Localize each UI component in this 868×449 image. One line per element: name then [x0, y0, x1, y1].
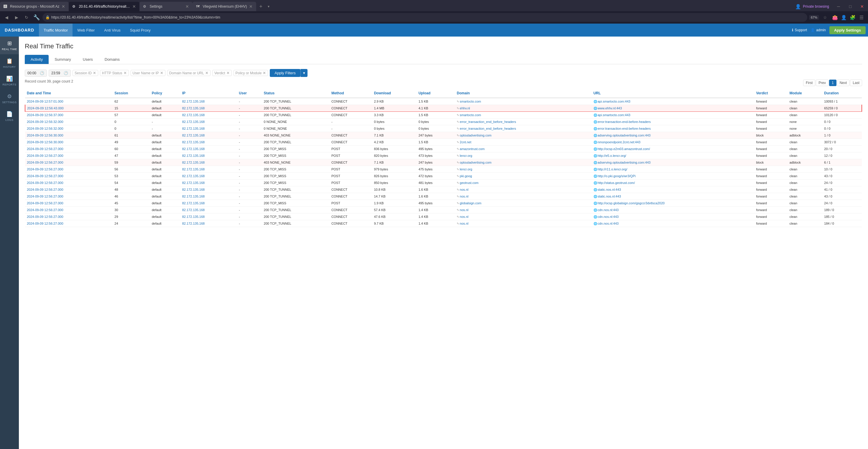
table-row[interactable]: 2024-09-09 12:56:27.000 46 default 82.17… [25, 193, 862, 200]
wallet-button[interactable]: 👛 [831, 13, 839, 22]
profile-button[interactable]: 👤 [840, 13, 848, 22]
domain-link[interactable]: pki.goog [460, 174, 472, 178]
url-link[interactable]: cdn.nos.nl:443 [598, 215, 619, 219]
domain-link[interactable]: error_transaction_end_before_headers [460, 120, 516, 124]
maximize-button[interactable]: □ [844, 1, 856, 12]
url-link[interactable]: http://ocsp.e2m03.amazontrust.com/ [598, 147, 650, 151]
http-clear-button[interactable]: ✕ [124, 71, 127, 75]
domain-link[interactable]: ehhv.nl [460, 106, 470, 110]
cell-url[interactable]: 🌐http://status.geotrust.com/ [592, 180, 754, 186]
cell-domain[interactable]: ✎nos.nl [455, 186, 591, 193]
cell-ip[interactable]: 82.172.135.168 [181, 186, 237, 193]
sidebar-item-settings[interactable]: ⚙ SETTINGS [0, 90, 19, 107]
admin-button[interactable]: 👤 admin [810, 28, 826, 32]
cell-url[interactable]: 🌐http://ocsp.globalsign.com/gsgccr3dvtls… [592, 200, 754, 207]
cell-ip[interactable]: 82.172.135.168 [181, 193, 237, 200]
cell-url[interactable]: 🌐www.ehhv.nl:443 [592, 105, 754, 112]
url-link[interactable]: static.nos.nl:443 [598, 188, 621, 191]
url-display[interactable]: https://20.61.40.49/traffic/history/real… [42, 13, 807, 22]
domain-link[interactable]: geotrust.com [460, 181, 478, 185]
cell-ip[interactable]: 82.172.135.168 [181, 153, 237, 159]
sidebar-item-history[interactable]: 📋 HISTORY [0, 54, 19, 72]
nav-tab-web-filter[interactable]: Web Filter [72, 24, 99, 37]
sidebar-item-logs[interactable]: 📄 LOGS [0, 107, 19, 125]
domain-link[interactable]: lencr.org [460, 167, 472, 171]
policy-clear-button[interactable]: ✕ [263, 71, 266, 75]
domain-clear-button[interactable]: ✕ [205, 71, 209, 75]
user-clear-button[interactable]: ✕ [160, 71, 163, 75]
col-user[interactable]: User [237, 89, 262, 98]
next-page-button[interactable]: Next [837, 79, 850, 86]
new-tab-button[interactable]: + [256, 2, 266, 11]
bookmark-button[interactable]: ☆ [821, 15, 829, 20]
first-page-button[interactable]: First [803, 79, 815, 86]
table-row[interactable]: 2024-09-09 12:56:27.000 59 default 82.17… [25, 159, 862, 166]
cell-domain[interactable]: ✎error_transaction_end_before_headers [455, 119, 591, 125]
domain-link[interactable]: optoutadvertising.com [460, 161, 492, 164]
domain-link[interactable]: optoutadvertising.com [460, 133, 492, 137]
cell-domain[interactable]: ✎2cnt.net [455, 139, 591, 146]
url-link[interactable]: adserving.optoutadvertising.com:443 [598, 133, 651, 137]
domain-link[interactable]: nos.nl [460, 215, 468, 219]
sub-tab-activity[interactable]: Activity [25, 55, 49, 64]
cell-ip[interactable]: 82.172.135.168 [181, 139, 237, 146]
cell-ip[interactable]: 82.172.135.168 [181, 112, 237, 119]
cell-domain[interactable]: ✎pki.goog [455, 173, 591, 180]
clock-from-icon[interactable]: 🕐 [40, 71, 44, 75]
apply-filters-button[interactable]: Apply Filters [270, 69, 301, 77]
time-from-input[interactable] [27, 71, 39, 75]
table-row[interactable]: 2024-09-09 12:56:27.000 45 default 82.17… [25, 200, 862, 207]
table-row[interactable]: 2024-09-09 12:56:27.000 24 default 82.17… [25, 220, 862, 227]
url-link[interactable]: cdn.nos.nl:443 [598, 208, 619, 212]
cell-ip[interactable]: 82.172.135.168 [181, 214, 237, 220]
cell-url[interactable]: 🌐http://r11.o.lencr.org/ [592, 166, 754, 173]
url-link[interactable]: api.smartocto.com:443 [598, 113, 630, 117]
cell-domain[interactable]: ✎nos.nl [455, 220, 591, 227]
col-download[interactable]: Download [372, 89, 416, 98]
cell-ip[interactable]: 82.172.135.168 [181, 98, 237, 105]
extensions-button[interactable]: 🧩 [848, 13, 857, 22]
tab-3-close[interactable]: ✕ [185, 4, 189, 9]
tab-3[interactable]: ⚙ Settings ✕ [140, 2, 192, 11]
tab-1[interactable]: 🅰 Resource groups - Microsoft Az ✕ [0, 2, 69, 11]
table-row[interactable]: 2024-09-09 12:56:27.000 54 default 82.17… [25, 180, 862, 186]
cell-url[interactable]: 🌐http://o.pki.goog/s/wr3/QPi [592, 173, 754, 180]
col-duration[interactable]: Duration [822, 89, 862, 98]
time-to-input[interactable] [51, 71, 63, 75]
url-link[interactable]: http://r11.o.lencr.org/ [598, 167, 627, 171]
nav-tab-traffic-monitor[interactable]: Traffic Monitor [39, 24, 72, 37]
table-row[interactable]: 2024-09-09 12:56:27.000 48 default 82.17… [25, 186, 862, 193]
cell-url[interactable]: 🌐http://ocsp.e2m03.amazontrust.com/ [592, 146, 754, 153]
cell-ip[interactable]: 82.172.135.168 [181, 159, 237, 166]
url-link[interactable]: api.smartocto.com:443 [598, 100, 630, 103]
domain-link[interactable]: nos.nl [460, 195, 468, 198]
cell-url[interactable]: 🌐nmonpoendpoint.2cnt.net:443 [592, 139, 754, 146]
http-status-filter[interactable]: HTTP Status ✕ [100, 70, 129, 76]
cell-domain[interactable]: ✎smartocto.com [455, 112, 591, 119]
minimize-button[interactable]: ─ [833, 1, 844, 12]
apply-filters-dropdown-button[interactable]: ▾ [301, 69, 308, 77]
close-button[interactable]: ✕ [856, 1, 868, 12]
col-module[interactable]: Module [788, 89, 823, 98]
table-row[interactable]: 2024-09-09 12:56:30.000 49 default 82.17… [25, 139, 862, 146]
col-domain[interactable]: Domain [455, 89, 591, 98]
table-row[interactable]: 2024-09-09 12:56:27.000 47 default 82.17… [25, 153, 862, 159]
sub-tab-summary[interactable]: Summary [49, 55, 77, 64]
prev-page-button[interactable]: Prev [816, 79, 829, 86]
url-link[interactable]: error:transaction-end-before-headers [598, 120, 651, 124]
domain-link[interactable]: nos.nl [460, 222, 468, 225]
url-link[interactable]: error:transaction-end-before-headers [598, 127, 651, 130]
url-link[interactable]: http://ocsp.globalsign.com/gsgccr3dvtlsc… [598, 201, 664, 205]
cell-ip[interactable]: 82.172.135.168 [181, 166, 237, 173]
domain-url-filter[interactable]: Domain Name or URL ✕ [167, 70, 211, 76]
session-clear-button[interactable]: ✕ [93, 71, 96, 75]
domain-link[interactable]: globalsign.com [460, 201, 481, 205]
cell-ip[interactable]: 82.172.135.168 [181, 200, 237, 207]
cell-ip[interactable]: 82.172.135.168 [181, 132, 237, 139]
zoom-level[interactable]: 67% [809, 15, 819, 20]
url-link[interactable]: http://e5.o.lencr.org/ [598, 154, 626, 157]
url-link[interactable]: nmonpoendpoint.2cnt.net:443 [598, 140, 641, 144]
cell-domain[interactable]: ✎optoutadvertising.com [455, 132, 591, 139]
cell-ip[interactable]: 82.172.135.168 [181, 105, 237, 112]
back-button[interactable]: ◀ [2, 13, 11, 22]
